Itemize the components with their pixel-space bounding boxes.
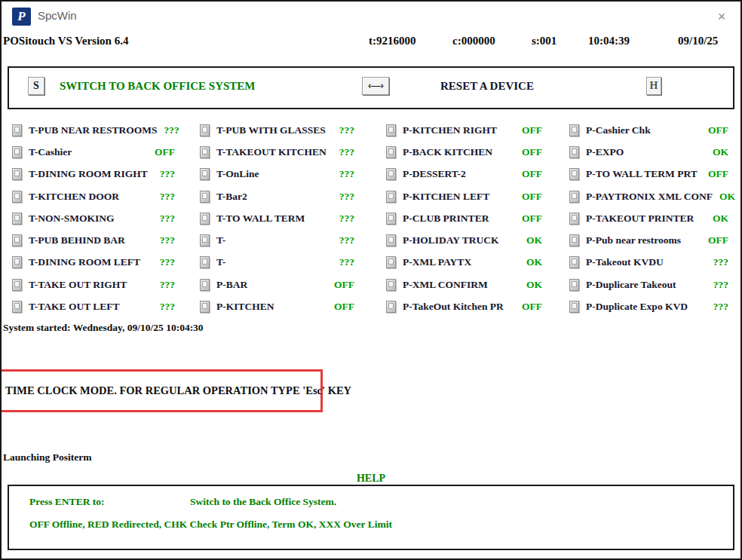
device-label: T-PUB BEHIND BAR [29, 234, 125, 246]
device-column-1: T-PUB NEAR RESTROOMS???T-CashierOFFT-DIN… [12, 119, 200, 318]
device-icon [200, 234, 210, 246]
device-status: OK [526, 256, 542, 268]
device-row[interactable]: T-??? [200, 229, 354, 251]
device-row[interactable]: P-TAKEOUT PRINTEROK [569, 207, 728, 229]
device-icon [386, 279, 396, 291]
device-status: OK [713, 213, 728, 225]
device-row[interactable]: T-Bar2??? [200, 185, 354, 207]
device-status: ??? [160, 301, 175, 313]
device-status: ??? [160, 213, 175, 225]
device-row[interactable]: P-CLUB PRINTEROFF [386, 207, 542, 229]
device-status: OFF [708, 124, 728, 136]
device-label: T-PUB NEAR RESTROOMS [29, 124, 158, 136]
device-row[interactable]: T-TAKEOUT KITCHEN??? [200, 141, 354, 163]
device-row[interactable]: P-KITCHENOFF [200, 295, 354, 317]
device-row[interactable]: P-Cashier ChkOFF [569, 119, 728, 141]
device-status: OFF [155, 146, 175, 158]
device-status: OK [526, 234, 542, 246]
switch-to-back-office-button[interactable]: SWITCH TO BACK OFFICE SYSTEM [60, 80, 256, 93]
device-row[interactable]: T-DINING ROOM LEFT??? [12, 252, 175, 274]
launching-positerm-message: Launching Positerm [3, 451, 91, 464]
spcwin-window: P SpcWin × POSitouch VS Version 6.4 t:92… [0, 0, 742, 560]
device-row[interactable]: P-HOLIDAY TRUCKOK [386, 229, 542, 251]
device-row[interactable]: P-KITCHEN RIGHTOFF [386, 119, 542, 141]
app-version: POSitouch VS Version 6.4 [3, 35, 128, 47]
device-label: P-HOLIDAY TRUCK [403, 234, 498, 246]
device-row[interactable]: T-??? [200, 252, 354, 274]
device-icon [386, 301, 396, 313]
help-icon[interactable]: H [646, 77, 661, 95]
header-row: POSitouch VS Version 6.4 t:9216000 c:000… [2, 30, 740, 53]
device-row[interactable]: P-Takeout KVDU??? [569, 252, 728, 274]
clock-time: 10:04:39 [588, 35, 630, 47]
device-icon [386, 234, 396, 246]
device-icon [386, 213, 396, 225]
device-label: P-KITCHEN RIGHT [403, 124, 497, 136]
device-column-3: P-KITCHEN RIGHTOFFP-BACK KITCHENOFFP-DES… [386, 119, 569, 318]
device-row[interactable]: P-BACK KITCHENOFF [386, 141, 542, 163]
device-status: ??? [160, 168, 175, 180]
device-row[interactable]: T-TAKE OUT LEFT??? [12, 295, 175, 317]
device-row[interactable]: P-XML CONFIRMOK [386, 274, 542, 295]
device-status: OFF [334, 301, 354, 313]
device-status: ??? [339, 168, 354, 180]
device-status: ??? [339, 191, 354, 203]
device-status: ??? [339, 146, 354, 158]
device-status: OFF [522, 191, 542, 203]
reset-a-device-button[interactable]: RESET A DEVICE [440, 80, 534, 93]
device-row[interactable]: T-OnLine??? [200, 164, 354, 185]
device-row[interactable]: T-TO WALL TERM??? [200, 207, 354, 229]
device-status: OFF [522, 168, 542, 180]
press-enter-label: Press ENTER to: [29, 496, 105, 508]
device-row[interactable]: P-TO WALL TERM PRTOFF [569, 164, 728, 185]
device-row[interactable]: T-NON-SMOKING??? [12, 207, 175, 229]
device-icon [200, 301, 210, 313]
device-status: OFF [522, 213, 542, 225]
device-row[interactable]: P-BAROFF [200, 274, 354, 295]
station-number: s:001 [532, 35, 556, 47]
device-row[interactable]: P-Duplicate Expo KVD??? [569, 295, 728, 317]
device-icon [12, 256, 22, 268]
device-icon [569, 146, 579, 158]
device-icon [200, 213, 210, 225]
device-label: P-CLUB PRINTER [403, 213, 489, 225]
device-row[interactable]: P-EXPOOK [569, 141, 728, 163]
device-icon [200, 191, 210, 203]
device-icon [569, 124, 579, 136]
device-status: ??? [713, 256, 728, 268]
reset-device-icon[interactable]: ‹—› [362, 77, 389, 95]
device-status: OFF [522, 124, 542, 136]
device-row[interactable]: T-PUB BEHIND BAR??? [12, 229, 175, 251]
device-row[interactable]: T-PUB NEAR RESTROOMS??? [12, 119, 175, 141]
device-icon [386, 191, 396, 203]
device-row[interactable]: T-PUB WITH GLASSES??? [200, 119, 354, 141]
device-row[interactable]: P-XML PAYTXOK [386, 252, 542, 274]
device-status: ??? [713, 301, 728, 313]
device-row[interactable]: T-TAKE OUT RIGHT??? [12, 274, 175, 295]
device-icon [200, 279, 210, 291]
device-status: ??? [160, 279, 175, 291]
titlebar: P SpcWin × [2, 2, 740, 30]
press-enter-action: Switch to the Back Office System. [190, 496, 336, 508]
device-row[interactable]: P-KITCHEN LEFTOFF [386, 185, 542, 207]
device-row[interactable]: P-DESSERT-2OFF [386, 164, 542, 185]
device-label: P-Cashier Chk [586, 124, 651, 136]
device-row[interactable]: T-CashierOFF [12, 141, 175, 163]
system-started-message: System started: Wednesday, 09/10/25 10:0… [3, 322, 204, 334]
device-status: OK [526, 279, 542, 291]
switch-icon[interactable]: S [28, 77, 44, 95]
positouch-logo-icon: P [12, 8, 31, 26]
device-row[interactable]: P-Duplicare Takeout??? [569, 274, 728, 295]
device-row[interactable]: P-Pub near restroomsOFF [569, 229, 728, 251]
window-title: SpcWin [38, 9, 77, 22]
device-icon [200, 168, 210, 180]
device-column-4: P-Cashier ChkOFFP-EXPOOKP-TO WALL TERM P… [569, 119, 737, 318]
device-row[interactable]: T-KITCHEN DOOR??? [12, 185, 175, 207]
device-status: ??? [160, 191, 175, 203]
device-label: P-BAR [216, 279, 247, 291]
device-status: OFF [708, 234, 728, 246]
device-row[interactable]: P-PAYTRONIX XML CONFOK [569, 185, 728, 207]
device-row[interactable]: T-DINING ROOM RIGHT??? [12, 164, 175, 185]
device-row[interactable]: P-TakeOut Kitchen PROFF [386, 295, 542, 317]
close-icon[interactable]: × [712, 8, 731, 26]
